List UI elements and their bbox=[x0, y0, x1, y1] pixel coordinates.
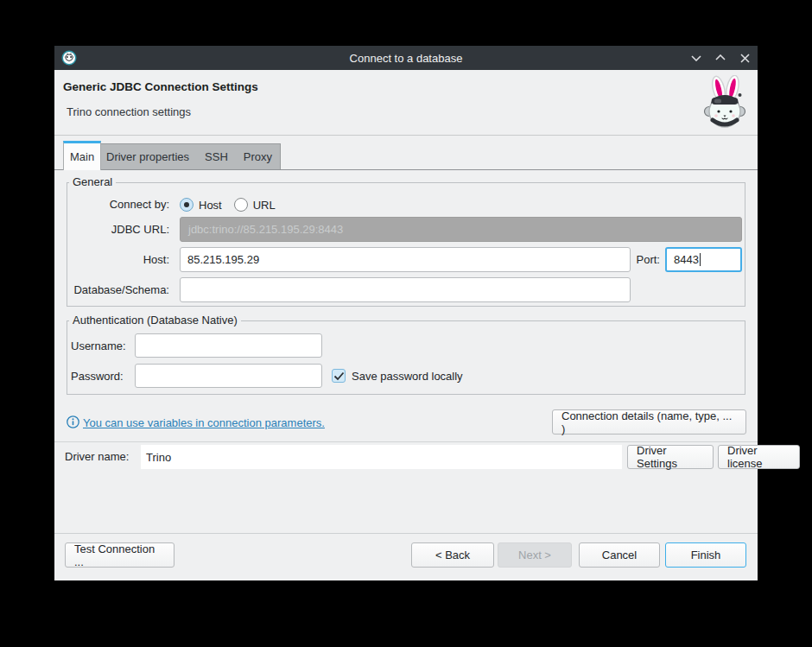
driver-license-button[interactable]: Driver license bbox=[718, 445, 800, 469]
tab-ssh[interactable]: SSH bbox=[197, 144, 236, 169]
divider-above-driver bbox=[54, 441, 758, 442]
close-button[interactable] bbox=[737, 50, 752, 66]
authentication-group: Authentication (Database Native) Usernam… bbox=[67, 320, 745, 395]
tab-divider bbox=[54, 169, 758, 170]
authentication-group-legend: Authentication (Database Native) bbox=[69, 314, 241, 327]
jdbc-url-field: jdbc:trino://85.215.195.29:8443 bbox=[180, 217, 742, 242]
page-title: Generic JDBC Connection Settings bbox=[63, 80, 258, 93]
driver-name-value: Trino bbox=[146, 451, 171, 464]
dialog-header: Generic JDBC Connection Settings Trino c… bbox=[54, 70, 758, 136]
radio-host-label: Host bbox=[199, 199, 222, 212]
tab-main[interactable]: Main bbox=[63, 141, 101, 170]
general-group-legend: General bbox=[69, 175, 116, 188]
back-button[interactable]: < Back bbox=[411, 542, 494, 568]
general-group: General Connect by: Host URL JDBC URL: j… bbox=[67, 182, 745, 307]
connect-database-dialog: Connect to a database Generic JDBC Conne… bbox=[54, 46, 758, 580]
chevron-down-icon bbox=[691, 54, 701, 61]
titlebar[interactable]: Connect to a database bbox=[54, 46, 758, 70]
radio-host-icon bbox=[180, 198, 193, 212]
driver-name-field: Trino bbox=[141, 445, 622, 469]
next-label: Next > bbox=[518, 549, 551, 561]
tab-driver-properties[interactable]: Driver properties bbox=[98, 144, 197, 169]
driver-name-label: Driver name: bbox=[65, 450, 129, 463]
driver-settings-label: Driver Settings bbox=[637, 444, 704, 470]
footer-divider bbox=[54, 533, 758, 534]
tab-proxy[interactable]: Proxy bbox=[236, 144, 280, 169]
maximize-button[interactable] bbox=[713, 50, 728, 66]
driver-settings-button[interactable]: Driver Settings bbox=[627, 445, 714, 469]
database-schema-input[interactable] bbox=[180, 277, 631, 302]
variables-link[interactable]: You can use variables in connection para… bbox=[83, 416, 325, 429]
tab-driver-properties-label: Driver properties bbox=[106, 150, 189, 163]
tab-proxy-label: Proxy bbox=[244, 150, 272, 163]
finish-button[interactable]: Finish bbox=[665, 542, 746, 568]
hint-row: You can use variables in connection para… bbox=[54, 409, 758, 435]
port-input[interactable]: 8443 bbox=[665, 247, 742, 272]
database-schema-label: Database/Schema: bbox=[71, 282, 169, 299]
inactive-tabs: Driver properties SSH Proxy bbox=[98, 143, 281, 169]
connection-details-button[interactable]: Connection details (name, type, ... ) bbox=[552, 409, 746, 435]
username-input[interactable] bbox=[135, 333, 322, 358]
save-password-label: Save password locally bbox=[352, 370, 463, 383]
connect-by-host-radio[interactable]: Host bbox=[180, 198, 222, 212]
next-button: Next > bbox=[498, 542, 572, 568]
minimize-button[interactable] bbox=[688, 50, 704, 66]
password-label: Password: bbox=[71, 368, 125, 385]
radio-url-icon bbox=[234, 198, 248, 212]
text-caret bbox=[700, 253, 701, 266]
test-connection-button[interactable]: Test Connection ... bbox=[65, 542, 174, 568]
driver-license-label: Driver license bbox=[727, 444, 790, 470]
port-label: Port: bbox=[603, 251, 660, 269]
host-input[interactable] bbox=[180, 247, 631, 272]
window-title: Connect to a database bbox=[54, 52, 758, 65]
page-subtitle: Trino connection settings bbox=[67, 105, 191, 118]
connect-by-url-radio[interactable]: URL bbox=[234, 198, 276, 212]
port-value: 8443 bbox=[674, 253, 699, 266]
tab-main-label: Main bbox=[70, 150, 94, 163]
finish-label: Finish bbox=[691, 549, 721, 561]
save-password-checkbox[interactable]: Save password locally bbox=[332, 369, 463, 383]
jdbc-url-label: JDBC URL: bbox=[71, 221, 169, 238]
tab-ssh-label: SSH bbox=[205, 150, 228, 163]
cancel-label: Cancel bbox=[602, 549, 637, 561]
cancel-button[interactable]: Cancel bbox=[579, 542, 660, 568]
username-label: Username: bbox=[71, 338, 125, 355]
back-label: < Back bbox=[435, 549, 470, 561]
close-icon bbox=[740, 54, 750, 63]
connect-by-label: Connect by: bbox=[71, 196, 169, 213]
info-icon bbox=[67, 415, 79, 428]
tab-bar: Main Driver properties SSH Proxy bbox=[54, 141, 758, 170]
jdbc-url-value: jdbc:trino://85.215.195.29:8443 bbox=[188, 223, 343, 236]
radio-url-label: URL bbox=[253, 199, 276, 212]
chevron-up-icon bbox=[715, 54, 726, 61]
host-label: Host: bbox=[71, 251, 169, 269]
test-connection-label: Test Connection ... bbox=[74, 542, 165, 568]
connection-details-label: Connection details (name, type, ... ) bbox=[561, 409, 737, 435]
dbeaver-rabbit-logo bbox=[700, 75, 750, 130]
password-input[interactable] bbox=[135, 364, 322, 388]
checkbox-checked-icon bbox=[332, 369, 346, 383]
